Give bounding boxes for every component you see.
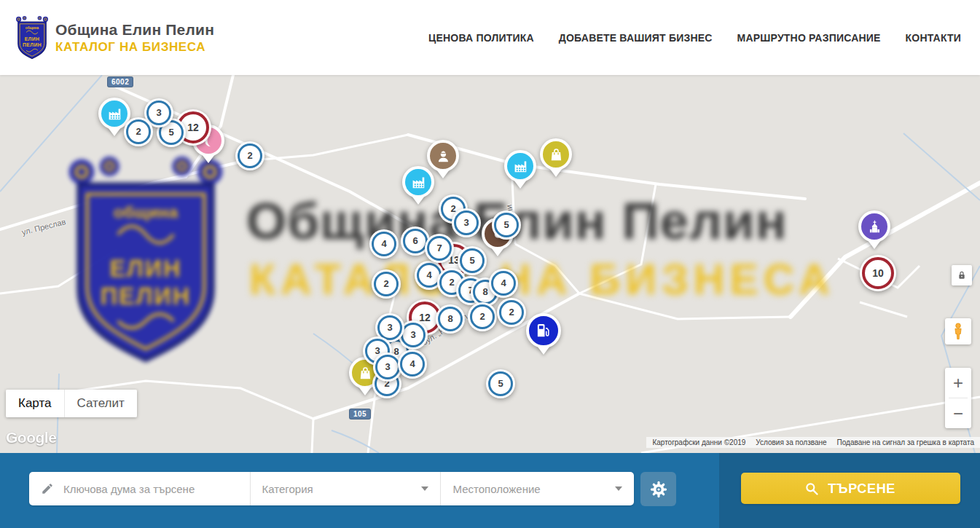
- cluster-count: 2: [499, 300, 525, 326]
- zoom-out-button[interactable]: −: [945, 398, 971, 428]
- pin-tail: [202, 154, 215, 163]
- fuel-icon: [526, 313, 561, 348]
- map-attribution: Картографски данни ©2019 Условия за полз…: [646, 437, 980, 448]
- cluster-marker[interactable]: 4: [369, 229, 399, 259]
- factory-marker[interactable]: [504, 150, 536, 189]
- settings-button[interactable]: [640, 472, 676, 506]
- cluster-count: 2: [470, 304, 495, 330]
- pin-tail: [358, 387, 372, 395]
- fuel-marker[interactable]: [526, 313, 561, 355]
- map-type-satellite-button[interactable]: Сателит: [65, 390, 137, 417]
- pencil-icon: [41, 482, 54, 495]
- category-select[interactable]: Категория: [250, 472, 441, 505]
- attribution-copyright: Картографски данни ©2019: [652, 438, 745, 446]
- search-bar: Категория Местоположение ТЪРСЕНЕ: [0, 453, 980, 528]
- lock-button[interactable]: [952, 265, 972, 285]
- pin-tail: [868, 240, 881, 249]
- terms-of-use-link[interactable]: Условия за ползване: [756, 438, 826, 446]
- logo-name-line1: ЕЛИН: [25, 36, 40, 42]
- cluster-count: 3: [146, 101, 172, 126]
- bag-marker[interactable]: [540, 138, 572, 177]
- logo-name-line2: ПЕЛИН: [23, 42, 42, 47]
- cluster-marker[interactable]: 4: [489, 269, 518, 298]
- cluster-count: 3: [454, 210, 479, 236]
- cluster-count: 8: [438, 307, 463, 332]
- cluster-count: 5: [488, 371, 514, 397]
- factory-marker[interactable]: [402, 166, 434, 205]
- location-select[interactable]: Местоположение: [440, 472, 634, 505]
- cluster-count: 2: [238, 143, 263, 169]
- cluster-count: 4: [400, 352, 426, 377]
- cluster-count: 5: [494, 213, 520, 238]
- search-button[interactable]: ТЪРСЕНЕ: [741, 473, 960, 504]
- search-icon: [804, 481, 819, 496]
- cluster-marker[interactable]: 5: [492, 210, 521, 240]
- chevron-down-icon: [615, 486, 622, 491]
- church-marker[interactable]: [858, 210, 890, 249]
- pin-tail: [549, 168, 562, 177]
- keyword-input[interactable]: [62, 482, 247, 496]
- gear-icon: [649, 480, 668, 499]
- header: община ЕЛИН ПЕЛИН Община Елин Пелин КАТА…: [0, 0, 980, 75]
- category-placeholder: Категория: [262, 483, 313, 495]
- cluster-marker[interactable]: 2: [372, 269, 401, 299]
- pin-tail: [436, 170, 450, 178]
- cluster-marker[interactable]: 2: [124, 117, 153, 146]
- cluster-count: 4: [372, 232, 397, 257]
- cluster-count: 2: [126, 119, 152, 145]
- cluster-count: 7: [427, 236, 452, 261]
- cluster-count: 5: [460, 248, 485, 274]
- nav-contacts[interactable]: КОНТАКТИ: [906, 32, 961, 44]
- cluster-count: 2: [374, 272, 399, 297]
- brand[interactable]: община ЕЛИН ПЕЛИН Община Елин Пелин КАТА…: [15, 16, 214, 60]
- cluster-marker[interactable]: 10: [860, 255, 896, 291]
- cluster-marker[interactable]: 5: [486, 369, 515, 398]
- zoom-in-button[interactable]: +: [945, 368, 971, 398]
- map-type-control: Карта Сателит: [6, 390, 137, 417]
- chevron-down-icon: [421, 486, 428, 491]
- cluster-marker[interactable]: 3: [452, 208, 481, 237]
- markers-layer: 134125322235467522784128228333234510: [0, 75, 980, 453]
- pegman-control[interactable]: [945, 318, 971, 344]
- cluster-count: 10: [862, 257, 894, 289]
- brand-subtitle: КАТАЛОГ НА БИЗНЕСА: [55, 40, 214, 55]
- bag-icon: [540, 138, 572, 170]
- cluster-count: 4: [491, 271, 517, 296]
- pin-tail: [491, 248, 504, 256]
- location-placeholder: Местоположение: [452, 483, 540, 495]
- cluster-marker[interactable]: 8: [436, 304, 465, 334]
- cluster-marker[interactable]: 2: [497, 298, 526, 327]
- map-canvas[interactable]: 6002105 ул. Преславбул. „Новоселици общи…: [0, 75, 980, 453]
- nav-route-schedule[interactable]: МАРШРУТНО РАЗПИСАНИЕ: [737, 32, 881, 44]
- factory-icon: [504, 150, 536, 182]
- pin-tail: [412, 196, 425, 205]
- map-type-map-button[interactable]: Карта: [6, 390, 65, 417]
- cluster-marker[interactable]: 2: [235, 141, 264, 170]
- pegman-icon: [949, 322, 968, 341]
- pin-tail: [537, 346, 550, 355]
- search-box: Категория Местоположение: [29, 472, 634, 505]
- lock-icon: [956, 269, 968, 281]
- pin-tail: [108, 127, 121, 136]
- nav-add-business[interactable]: ДОБАВЕТЕ ВАШИЯТ БИЗНЕС: [559, 32, 713, 44]
- church-icon: [858, 210, 890, 243]
- main-nav: ЦЕНОВА ПОЛИТИКА ДОБАВЕТЕ ВАШИЯТ БИЗНЕС М…: [428, 32, 961, 44]
- zoom-control: + −: [945, 368, 971, 428]
- cluster-marker[interactable]: 7: [425, 234, 454, 263]
- brand-title: Община Елин Пелин: [55, 21, 214, 39]
- cluster-marker[interactable]: 5: [458, 246, 487, 275]
- report-map-error-link[interactable]: Подаване на сигнал за грешка в картата: [837, 438, 974, 446]
- factory-icon: [402, 166, 434, 198]
- logo-region-text: община: [26, 25, 39, 29]
- nav-pricing-policy[interactable]: ЦЕНОВА ПОЛИТИКА: [428, 32, 534, 44]
- cluster-count: 3: [375, 355, 401, 380]
- keyword-field: [29, 472, 250, 505]
- search-button-label: ТЪРСЕНЕ: [828, 481, 895, 497]
- page: община ЕЛИН ПЕЛИН Община Елин Пелин КАТА…: [0, 0, 980, 528]
- cluster-marker[interactable]: 4: [398, 350, 427, 379]
- municipality-logo-icon: община ЕЛИН ПЕЛИН: [15, 16, 50, 60]
- google-logo[interactable]: Google: [6, 429, 56, 446]
- pin-tail: [514, 180, 527, 189]
- cluster-marker[interactable]: 2: [468, 302, 497, 331]
